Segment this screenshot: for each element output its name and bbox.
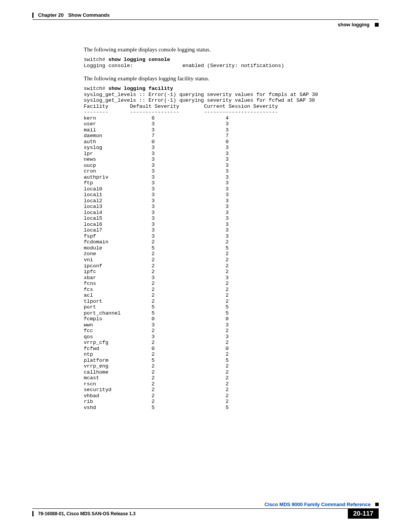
page-footer: Cisco MDS 9000 Family Command Reference … [32,502,379,519]
section-header: show logging [32,19,379,27]
footer-bottom: 78-16088-01, Cisco MDS SAN-OS Release 1.… [32,508,379,519]
facility-table-header: Facility Default Severity Current Sessio… [84,104,278,109]
header-bar-icon [32,13,33,18]
intro-paragraph-1: The following example displays console l… [84,46,379,53]
command: show logging facility [108,86,173,91]
chapter-number: Chapter 20 [38,12,64,18]
syslog-error-line: syslog_get_levels :: Error(-1) querying … [84,92,318,97]
page-content: The following example displays console l… [84,46,379,411]
section-name: show logging [338,22,370,27]
prompt: switch# [84,86,108,91]
intro-paragraph-2: The following example displays logging f… [84,75,379,82]
footer-release-block: 78-16088-01, Cisco MDS SAN-OS Release 1.… [32,511,135,516]
footer-square-icon [375,503,379,506]
output-line: Logging console: enabled (Severity: noti… [84,63,284,69]
code-block-1: switch# show logging console Logging con… [84,57,379,69]
facility-rows: kern 6 4 user 3 3 mail 3 3 daemon 7 7 au… [84,115,229,411]
prompt: switch# [84,57,108,62]
page-number: 20-117 [348,509,379,519]
footer-reference: Cisco MDS 9000 Family Command Reference [264,502,371,507]
page-header: Chapter 20 Show Commands [32,12,379,18]
chapter-title: Show Commands [68,12,110,18]
footer-top: Cisco MDS 9000 Family Command Reference [32,502,379,507]
syslog-error-line: syslog_get_levels :: Error(-1) querying … [84,97,315,103]
code-block-2: switch# show logging facility syslog_get… [84,86,379,411]
footer-release-text: 78-16088-01, Cisco MDS SAN-OS Release 1.… [38,511,135,516]
footer-bar-icon [32,511,33,516]
command: show logging console [108,57,170,62]
facility-table-divider: -------- ---------------- --------------… [84,109,278,115]
header-square-icon [375,23,379,27]
